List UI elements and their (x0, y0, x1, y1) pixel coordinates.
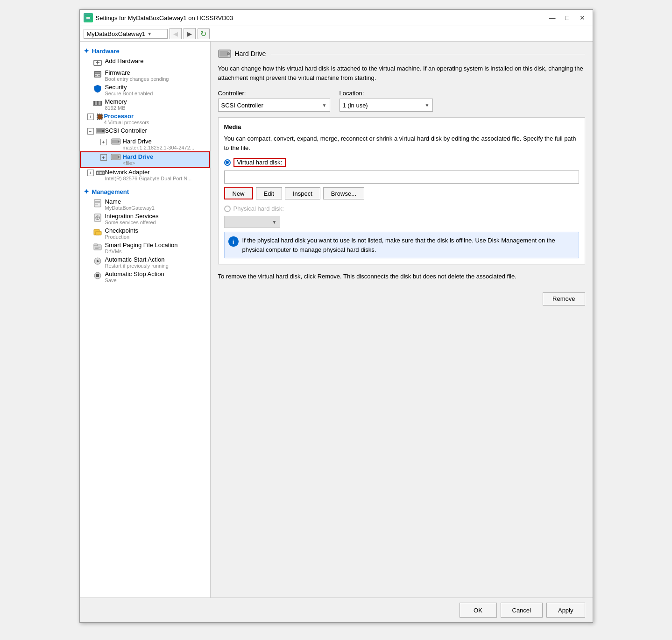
footer: OK Cancel Apply (80, 597, 593, 622)
security-sub: Secure Boot enabled (105, 91, 206, 96)
media-section: Media You can compact, convert, expand, … (218, 117, 585, 264)
media-description: You can compact, convert, expand, merge,… (224, 134, 579, 152)
controller-group: Controller: SCSI Controller ▼ (218, 90, 330, 112)
location-value: 1 (in use) (343, 102, 368, 109)
svg-rect-16 (100, 101, 101, 105)
integration-icon (93, 213, 102, 222)
panel-title-row: Hard Drive (218, 49, 585, 58)
integration-name: Integration Services (105, 213, 206, 220)
refresh-button[interactable]: ↻ (198, 28, 210, 39)
svg-rect-12 (95, 101, 96, 105)
hard-drive-1-expander-icon[interactable]: + (100, 139, 107, 145)
edit-button[interactable]: Edit (256, 187, 282, 199)
media-title: Media (224, 123, 579, 130)
sidebar-item-hard-drive-2-selected[interactable]: + Hard Drive <file> (80, 151, 210, 168)
controller-select[interactable]: SCSI Controller ▼ (218, 99, 330, 112)
network-expander-icon[interactable]: + (87, 170, 94, 176)
sidebar-item-processor[interactable]: + (80, 112, 210, 126)
vhd-label: Virtual hard disk: (237, 159, 283, 166)
forward-button[interactable]: ▶ (184, 28, 196, 39)
settings-window: Settings for MyDataBoxGateway1 on HCSSRV… (79, 9, 593, 623)
back-button[interactable]: ◀ (170, 28, 182, 39)
panel-description: You can change how this virtual hard dis… (218, 64, 585, 82)
close-button[interactable]: ✕ (576, 13, 589, 23)
svg-rect-14 (98, 101, 99, 105)
maximize-button[interactable]: □ (561, 13, 574, 23)
sidebar-item-integration-services[interactable]: Integration Services Some services offer… (80, 212, 210, 226)
checkpoints-name: Checkpoints (105, 227, 206, 234)
location-select[interactable]: 1 (in use) ▼ (340, 99, 433, 112)
svg-rect-62 (219, 51, 228, 57)
sidebar-item-auto-stop[interactable]: Automatic Stop Action Save (80, 270, 210, 284)
sidebar-item-auto-start[interactable]: Automatic Start Action Restart if previo… (80, 255, 210, 270)
processor-icon (96, 113, 104, 122)
phys-dropdown-arrow-icon: ▼ (272, 220, 277, 225)
svg-rect-13 (96, 101, 97, 105)
minimize-button[interactable]: ― (546, 13, 559, 23)
sidebar-item-memory[interactable]: Memory 8192 MB (80, 97, 210, 112)
main-content: ✦ Hardware Add Hardware (80, 42, 593, 597)
sidebar-item-name[interactable]: Name MyDataBoxGateway1 (80, 197, 210, 212)
inspect-button[interactable]: Inspect (285, 187, 320, 199)
physical-label: Physical hard disk: (233, 205, 284, 212)
vm-dropdown[interactable]: MyDataBoxGateway1 ▼ (84, 29, 168, 39)
title-bar-left: Settings for MyDataBoxGateway1 on HCSSRV… (84, 13, 233, 22)
svg-rect-60 (96, 274, 99, 277)
svg-rect-21 (97, 119, 98, 121)
network-sub: Intel(R) 82576 Gigabyte Dual Port N... (105, 176, 206, 181)
hard-drive-2-name: Hard Drive (123, 153, 154, 160)
info-text: If the physical hard disk you want to us… (242, 236, 575, 254)
svg-rect-52 (96, 231, 101, 235)
sidebar-item-checkpoints[interactable]: Checkpoints Production (80, 226, 210, 241)
star-icon: ✦ (84, 47, 89, 55)
remove-description: To remove the virtual hard disk, click R… (218, 272, 585, 281)
svg-rect-11 (93, 101, 94, 105)
network-icon (96, 169, 105, 178)
sidebar-item-security[interactable]: Security Secure Boot enabled (80, 83, 210, 97)
svg-rect-40 (100, 172, 101, 174)
auto-start-sub: Restart if previously running (105, 263, 206, 269)
physical-radio-button[interactable] (224, 206, 231, 212)
firmware-icon (93, 70, 102, 79)
hardware-section-header[interactable]: ✦ Hardware (80, 45, 210, 57)
processor-expander-icon[interactable]: + (87, 114, 94, 120)
dropdown-arrow-icon: ▼ (147, 31, 152, 36)
controller-label: Controller: (218, 90, 330, 97)
sidebar-item-firmware[interactable]: Firmware Boot entry changes pending (80, 68, 210, 83)
management-star-icon: ✦ (84, 188, 89, 195)
network-name: Network Adapter (105, 169, 206, 176)
sidebar-item-scsi-controller[interactable]: − SCSI Controller (80, 126, 210, 137)
remove-row: Remove (218, 289, 585, 306)
info-box: i If the physical hard disk you want to … (224, 232, 579, 258)
vhd-path-input[interactable] (224, 171, 579, 184)
browse-button[interactable]: Browse... (323, 187, 364, 199)
svg-rect-41 (101, 172, 102, 174)
integration-sub: Some services offered (105, 220, 206, 225)
svg-point-30 (102, 130, 104, 132)
new-button[interactable]: New (224, 187, 253, 199)
svg-rect-8 (95, 75, 97, 76)
sidebar-item-add-hardware[interactable]: Add Hardware (80, 57, 210, 68)
sidebar-item-hard-drive-1[interactable]: + Hard Drive master.1.2.18252.1-304-2472… (80, 137, 210, 151)
apply-button[interactable]: Apply (546, 603, 585, 618)
physical-disk-select[interactable]: ▼ (224, 216, 280, 228)
sidebar-item-network-adapter[interactable]: + Network Adapter Intel(R) 82576 Gigabyt… (80, 168, 210, 182)
svg-rect-7 (95, 72, 100, 74)
smart-paging-sub: D:\VMs (105, 249, 206, 254)
hardware-label: Hardware (92, 48, 120, 55)
processor-sub: 4 Virtual processors (104, 120, 206, 125)
svg-point-64 (227, 53, 229, 55)
remove-button[interactable]: Remove (543, 292, 585, 306)
scsi-expander-icon[interactable]: − (87, 128, 94, 135)
vhd-radio-button[interactable] (224, 159, 231, 166)
title-controls: ― □ ✕ (546, 13, 589, 23)
ok-button[interactable]: OK (460, 603, 497, 618)
management-section-header[interactable]: ✦ Management (80, 186, 210, 197)
auto-stop-icon (93, 271, 102, 280)
svg-rect-43 (94, 199, 101, 207)
sidebar-item-smart-paging[interactable]: Smart Paging File Location D:\VMs (80, 241, 210, 255)
svg-rect-25 (97, 117, 98, 118)
cancel-button[interactable]: Cancel (501, 603, 543, 618)
hard-drive-2-expander-icon[interactable]: + (100, 154, 107, 161)
window-title: Settings for MyDataBoxGateway1 on HCSSRV… (96, 14, 233, 21)
